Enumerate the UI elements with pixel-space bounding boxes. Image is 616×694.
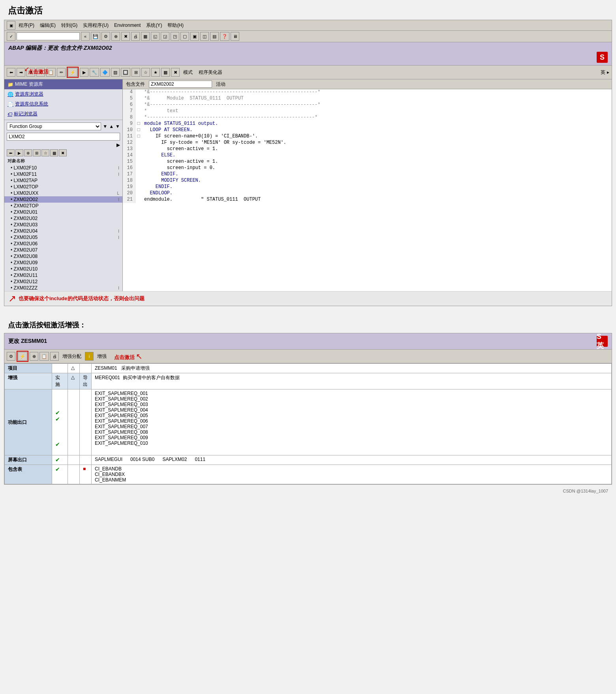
t2-3[interactable]: ⊕	[30, 352, 38, 361]
code-line-13[interactable]: 13 screen-active = 1.	[123, 146, 612, 152]
list-item-zxm02u06[interactable]: • ZXM02U06	[4, 241, 122, 247]
list-item-zxm02u04[interactable]: • ZXM02U04I	[4, 228, 122, 234]
menu-utilities[interactable]: 实用程序(U)	[81, 21, 111, 30]
t2-1[interactable]: ⚙	[7, 352, 15, 361]
list-item-lxm02uxx[interactable]: • LXM02UXXL	[4, 190, 122, 196]
list-item-zxm02u05[interactable]: • ZXM02U05I	[4, 234, 122, 241]
t2-5[interactable]: 🖨	[50, 352, 59, 361]
t6[interactable]: ◲	[161, 32, 169, 41]
t-h2[interactable]: ✖	[171, 68, 180, 77]
list-item-lxm02f10[interactable]: • LXM02F10I	[4, 165, 122, 171]
t12[interactable]: ❓	[220, 32, 229, 41]
mini-btn-2[interactable]: ▶	[15, 149, 23, 156]
mini-btn-5[interactable]: ☆	[41, 149, 49, 156]
t-star[interactable]: ★	[151, 68, 160, 77]
code-line-8[interactable]: 8*--------------------------------------…	[123, 115, 612, 121]
t-edit[interactable]: ✏	[57, 68, 66, 77]
list-item-zxm02u12[interactable]: • ZXM02U12	[4, 278, 122, 285]
code-line-9[interactable]: 9□module STATUS_0111 output.	[123, 121, 612, 127]
code-line-19[interactable]: 19 ENDIF.	[123, 184, 612, 190]
list-item-zxm02u02[interactable]: • ZXM02U02	[4, 215, 122, 222]
t-indent[interactable]: ▨	[111, 68, 120, 77]
t1[interactable]: ⚙	[101, 32, 110, 41]
t-pretty[interactable]: ☆	[141, 68, 150, 77]
code-line-12[interactable]: 12 IF sy-tcode = 'ME51N' OR sy-tcode = '…	[123, 140, 612, 146]
code-line-4[interactable]: 4*&-------------------------------------…	[123, 89, 612, 96]
t7[interactable]: ◳	[171, 32, 179, 41]
function-group-select[interactable]: Function Group Program Class	[7, 122, 101, 130]
t-find[interactable]: 🔷	[100, 68, 110, 77]
t4[interactable]: ▦	[141, 32, 150, 41]
list-item-zxm02o02[interactable]: • ZXM02O02I	[4, 196, 122, 203]
code-line-15[interactable]: 15 screen-active = 1.	[123, 159, 612, 165]
code-line-10[interactable]: 10□ LOOP AT SCREEN.	[123, 127, 612, 134]
nav-tag[interactable]: 🏷 标记浏览器	[4, 109, 122, 119]
t-run[interactable]: ▶	[80, 68, 88, 77]
t-view[interactable]: 🔲	[121, 68, 130, 77]
code-line-6[interactable]: 6*&-------------------------------------…	[123, 102, 612, 108]
mode-label[interactable]: 模式	[181, 69, 195, 76]
enh-assign-label[interactable]: 增强分配	[60, 353, 84, 360]
code-area[interactable]: 4*&-------------------------------------…	[123, 89, 612, 203]
code-line-11[interactable]: 11□ IF screen-name+0(10) = 'CI_EBANDB-'.	[123, 134, 612, 140]
code-line-20[interactable]: 20 ENDLOOP.	[123, 190, 612, 197]
list-item-lxm02tap[interactable]: • LXM02TAP	[4, 177, 122, 184]
list-item-zxm02top[interactable]: • ZXM02TOP	[4, 203, 122, 209]
nav-back[interactable]: ⬅	[7, 68, 15, 77]
print-btn[interactable]: 🖨	[131, 32, 140, 41]
save-btn[interactable]: 💾	[91, 32, 100, 41]
code-line-18[interactable]: 18 MODIFY SCREEN.	[123, 178, 612, 184]
list-item-zxm02u10[interactable]: • ZXM02U10	[4, 266, 122, 272]
list-item-zxm02zzz[interactable]: • ZXM02ZZZI	[4, 285, 122, 291]
t2[interactable]: ⊕	[111, 32, 120, 41]
code-line-5[interactable]: 5*& Module STATUS_0111 OUTPUT	[123, 96, 612, 102]
menu-goto[interactable]: 转到(G)	[59, 21, 80, 30]
code-line-7[interactable]: 7* text	[123, 108, 612, 115]
t3[interactable]: ✖	[121, 32, 130, 41]
code-line-21[interactable]: 21endmodule. " STATUS_0111 OUTPUT	[123, 197, 612, 203]
t2-info[interactable]: i	[85, 352, 94, 361]
object-search-input[interactable]	[7, 133, 120, 141]
command-input[interactable]	[17, 32, 80, 40]
menu-system[interactable]: 系统(Y)	[144, 21, 164, 30]
list-item-zxm02u11[interactable]: • ZXM02U11	[4, 272, 122, 278]
list-item-zxm02u09[interactable]: • ZXM02U09	[4, 260, 122, 266]
t-debug[interactable]: 🔧	[90, 68, 99, 77]
mini-btn-3[interactable]: ⊕	[24, 149, 32, 156]
t9[interactable]: ▣	[190, 32, 199, 41]
mini-btn-4[interactable]: ⊞	[33, 149, 41, 156]
menu-edit[interactable]: 编辑(E)	[38, 21, 58, 30]
filename-input[interactable]	[149, 81, 212, 88]
scroll-down[interactable]: ▼	[115, 124, 120, 129]
scroll-up[interactable]: ▲	[109, 124, 114, 129]
pretty-label[interactable]: 程序美化器	[196, 69, 225, 76]
nav-browser[interactable]: 🌐 资源库浏览器	[4, 89, 122, 99]
list-item-zxm02u08[interactable]: • ZXM02U08	[4, 253, 122, 260]
code-line-17[interactable]: 17 ENDIF.	[123, 171, 612, 178]
list-item-zxm02u03[interactable]: • ZXM02U03	[4, 222, 122, 228]
code-line-16[interactable]: 16 screen-input = 0.	[123, 165, 612, 171]
t2-4[interactable]: 📋	[39, 352, 49, 361]
menu-environment[interactable]: Environment	[112, 22, 143, 29]
nav-info[interactable]: 📄 资源库信息系统	[4, 99, 122, 109]
t13[interactable]: 🖥	[231, 32, 239, 41]
code-line-14[interactable]: 14 ELSE.	[123, 152, 612, 159]
t-expand[interactable]: ⊞	[131, 68, 140, 77]
prev-btn[interactable]: «	[81, 32, 90, 41]
t10[interactable]: ◫	[200, 32, 209, 41]
list-item-zxm02u07[interactable]: • ZXM02U07	[4, 247, 122, 253]
mini-btn-6[interactable]: ▩	[50, 149, 58, 156]
t-h1[interactable]: ▩	[161, 68, 170, 77]
list-item-lxm02top[interactable]: • LXM02TOP	[4, 184, 122, 190]
enh-label[interactable]: 增强	[95, 353, 109, 360]
menu-program[interactable]: 程序(P)	[16, 21, 37, 30]
list-item-zxm02u01[interactable]: • ZXM02U01	[4, 209, 122, 215]
t8[interactable]: ▢	[180, 32, 189, 41]
activate-btn-2[interactable]: ⚡	[18, 352, 27, 361]
t5[interactable]: ◱	[151, 32, 160, 41]
activate-btn[interactable]: ⚡	[68, 68, 77, 77]
menu-help[interactable]: 帮助(H)	[165, 21, 186, 30]
list-item-lxm02f11[interactable]: • LXM02F11I	[4, 171, 122, 177]
back-btn[interactable]: ✓	[7, 32, 15, 41]
mini-btn-1[interactable]: ⬅	[7, 149, 15, 156]
